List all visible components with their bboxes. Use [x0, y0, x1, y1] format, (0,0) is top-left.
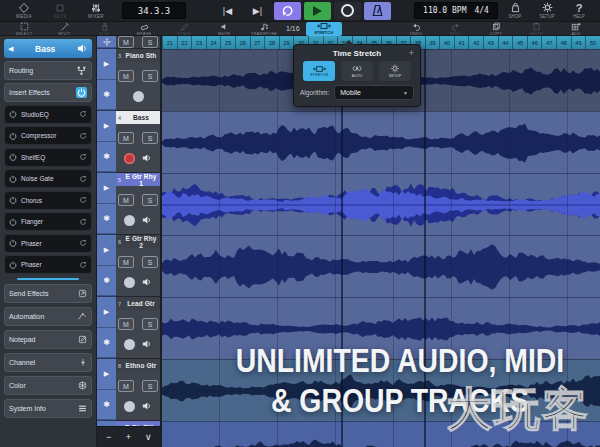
record-arm-button[interactable] — [133, 91, 144, 102]
track-row-e-gtr-rhy-2[interactable]: ▶✱6E Gtr Rhy 2MS — [97, 235, 160, 297]
effect-cycle-icon[interactable] — [79, 110, 87, 118]
section-notepad[interactable]: Notepad — [4, 330, 92, 349]
ruler-bar-27[interactable]: 27 — [250, 36, 265, 49]
solo-button[interactable]: S — [142, 318, 158, 330]
ruler-bar-47[interactable]: 47 — [541, 36, 556, 49]
song-position-display[interactable]: 34.3.3 — [122, 2, 186, 19]
select-tool-button[interactable]: SELECT — [4, 22, 44, 36]
track-cell[interactable]: 7Lead GtrMS — [116, 297, 160, 359]
ruler-bar-26[interactable]: 26 — [235, 36, 250, 49]
solo-button[interactable]: S — [142, 70, 158, 82]
effect-cycle-icon[interactable] — [79, 239, 87, 247]
ruler-bar-21[interactable]: 21 — [162, 36, 177, 49]
track-row-lead-gtr[interactable]: ▶✱7Lead GtrMS — [97, 297, 160, 359]
media-button[interactable]: MEDIA — [6, 1, 42, 21]
arrange-lane-e-gtr-rhy-1[interactable] — [162, 173, 600, 235]
mixer-button[interactable]: MIXER — [78, 1, 114, 21]
solo-button[interactable]: S — [142, 380, 158, 392]
effect-power-icon[interactable] — [9, 153, 17, 161]
track-freeze-icon[interactable]: ✱ — [97, 80, 116, 111]
mute-tool-button[interactable]: MUTE — [204, 22, 244, 36]
record-arm-button[interactable] — [124, 277, 135, 288]
track-row-bass[interactable]: ▶✱4BassMS — [97, 111, 160, 173]
track-name-header[interactable]: 8Ethno Gtr — [116, 359, 160, 372]
split-tool-button[interactable]: SPLIT — [44, 22, 84, 36]
ruler-bar-42[interactable]: 42 — [468, 36, 483, 49]
track-row-e-gtr-rhy-1[interactable]: ▶✱5E Gtr Rhy 1MS — [97, 173, 160, 235]
remove-track-button[interactable]: − — [101, 432, 117, 442]
ruler-bar-22[interactable]: 22 — [177, 36, 192, 49]
ruler-bar-39[interactable]: 39 — [425, 36, 440, 49]
section-channel[interactable]: Channel — [4, 353, 92, 372]
ruler-bar-43[interactable]: 43 — [483, 36, 498, 49]
metronome-button[interactable] — [364, 2, 391, 20]
play-button[interactable] — [304, 2, 331, 20]
track-cell[interactable]: 6E Gtr Rhy 2MS — [116, 235, 160, 297]
insert-effect-slot-4[interactable]: Noise Gate — [4, 169, 92, 188]
go-to-start-button[interactable]: |◀ — [214, 2, 241, 20]
keys-button[interactable]: KEYS — [42, 1, 78, 21]
ruler-bar-45[interactable]: 45 — [512, 36, 527, 49]
section-sysinfo[interactable]: System Info — [4, 399, 92, 418]
mute-button[interactable]: M — [118, 70, 134, 82]
monitor-speaker-icon[interactable] — [142, 401, 152, 411]
monitor-speaker-icon[interactable] — [142, 277, 152, 287]
effect-power-icon[interactable] — [9, 175, 17, 183]
ruler-bar-49[interactable]: 49 — [571, 36, 586, 49]
undo-tool-button[interactable]: UNDO — [396, 22, 436, 36]
mute-button[interactable]: M — [118, 36, 134, 48]
ruler-bar-50[interactable]: 50 — [585, 36, 600, 49]
routing-section[interactable]: Routing — [4, 61, 92, 80]
insert-effect-slot-2[interactable]: Compressor — [4, 126, 92, 145]
ruler-bar-25[interactable]: 25 — [220, 36, 235, 49]
quantize-value[interactable]: 1/16 — [286, 25, 300, 32]
arrange-lane-e-gtr-rhy-2[interactable] — [162, 235, 600, 297]
track-play-icon[interactable]: ▶ — [97, 297, 116, 328]
track-play-icon[interactable]: ▶ — [97, 359, 116, 390]
mute-button[interactable]: M — [118, 132, 134, 144]
redo-tool-button[interactable]: REDO — [436, 22, 476, 36]
ruler-bar-46[interactable]: 46 — [527, 36, 542, 49]
effect-power-icon[interactable] — [9, 196, 17, 204]
insert-effects-power-icon[interactable] — [76, 87, 87, 98]
section-send[interactable]: Send Effects — [4, 284, 92, 303]
track-row-piano-sth[interactable]: ▶✱3Piano SthMS — [97, 49, 160, 111]
effect-cycle-icon[interactable] — [79, 218, 87, 226]
effect-power-icon[interactable] — [9, 218, 17, 226]
add-tool-button[interactable]: ADD — [556, 22, 596, 36]
ruler-bar-48[interactable]: 48 — [556, 36, 571, 49]
track-name-header[interactable]: 6E Gtr Rhy 2 — [116, 235, 160, 248]
track-cell[interactable]: 4BassMS — [116, 111, 160, 173]
move-icon[interactable] — [97, 36, 116, 48]
effect-power-icon[interactable] — [9, 132, 17, 140]
solo-button[interactable]: S — [142, 256, 158, 268]
track-cell[interactable]: MS — [116, 36, 160, 49]
track-row-partial[interactable]: MS — [97, 36, 160, 49]
mute-button[interactable]: M — [118, 194, 134, 206]
ruler-bar-44[interactable]: 44 — [498, 36, 513, 49]
record-arm-button[interactable] — [124, 215, 135, 226]
inspector-track-header[interactable]: ◀ Bass — [4, 39, 92, 58]
mute-button[interactable]: M — [118, 380, 134, 392]
effect-cycle-icon[interactable] — [79, 261, 87, 269]
insert-effect-slot-5[interactable]: Chorus — [4, 191, 92, 210]
insert-effect-slot-7[interactable]: Phaser — [4, 234, 92, 253]
help-button[interactable]: ? HELP — [564, 1, 594, 21]
monitor-speaker-icon[interactable] — [142, 339, 152, 349]
insert-effect-slot-1[interactable]: StudioEQ — [4, 105, 92, 124]
record-button[interactable] — [334, 2, 361, 20]
record-arm-button[interactable] — [124, 401, 135, 412]
track-freeze-icon[interactable]: ✱ — [97, 204, 116, 235]
insert-effect-slot-6[interactable]: Flanger — [4, 212, 92, 231]
ruler-bar-24[interactable]: 24 — [206, 36, 221, 49]
draw-tool-button[interactable]: DRAW — [164, 22, 204, 36]
insert-effect-slot-8[interactable]: Phaser — [4, 255, 92, 274]
arrange-lane-bass[interactable] — [162, 111, 600, 173]
track-cell[interactable]: 8Ethno GtrMS — [116, 359, 160, 421]
popup-auto-button[interactable]: AUTO — [341, 61, 373, 81]
effect-power-icon[interactable] — [9, 261, 17, 269]
track-play-icon[interactable]: ▶ — [97, 111, 116, 142]
collapse-tracks-button[interactable]: ∨ — [140, 432, 156, 442]
add-track-button[interactable]: + — [121, 432, 137, 442]
track-freeze-icon[interactable]: ✱ — [97, 390, 116, 421]
